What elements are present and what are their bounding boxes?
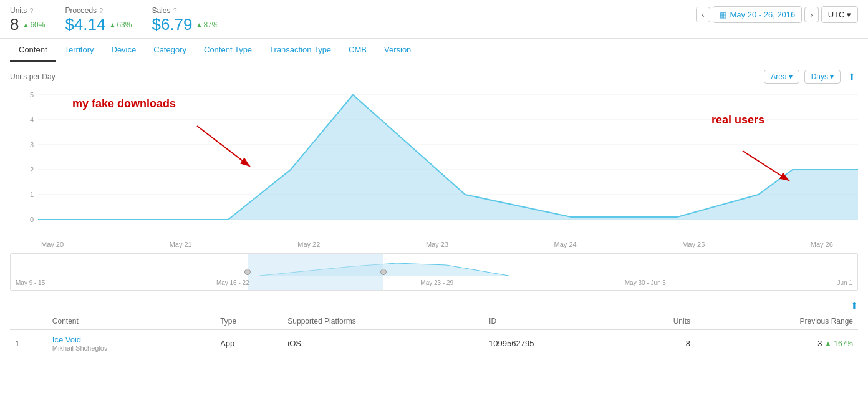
col-type: Type [215, 313, 282, 330]
proceeds-stat: Proceeds ? $4.14 ▲ 63% [65, 6, 132, 34]
col-units: Units [625, 313, 695, 330]
units-change: ▲ 60% [22, 21, 45, 29]
svg-text:3: 3 [30, 141, 34, 148]
tab-cmb[interactable]: CMB [340, 39, 375, 62]
content-name-link[interactable]: Ice Void [52, 335, 210, 344]
svg-text:4: 4 [30, 116, 34, 123]
row-prev-range: 3 ▲ 167% [695, 330, 858, 357]
minimap[interactable]: May 9 - 15 May 16 - 22 May 23 - 29 May 3… [10, 253, 858, 291]
minimap-label-4: May 30 - Jun 5 [625, 279, 666, 286]
sales-arrow-icon: ▲ [196, 21, 203, 28]
tab-transaction-type[interactable]: Transaction Type [261, 39, 340, 62]
data-table: Content Type Supported Platforms ID Unit… [10, 313, 858, 357]
x-label-may22: May 22 [297, 241, 320, 248]
tab-bar: Content Territory Device Category Conten… [0, 39, 868, 62]
svg-marker-16 [11, 263, 857, 276]
minimap-drag-right[interactable] [380, 269, 387, 275]
svg-text:2: 2 [30, 166, 34, 173]
prev-units: 3 [817, 339, 822, 348]
minimap-labels: May 9 - 15 May 16 - 22 May 23 - 29 May 3… [11, 278, 857, 288]
x-label-may20: May 20 [41, 241, 64, 248]
svg-text:0: 0 [30, 216, 34, 223]
date-navigation: ‹ ▦ May 20 - 26, 2016 › UTC ▾ [696, 6, 858, 23]
proceeds-change: ▲ 63% [109, 21, 132, 29]
col-content: Content [47, 313, 215, 330]
row-platforms: iOS [282, 330, 484, 357]
chart-svg: 5 4 3 2 1 0 [10, 89, 858, 238]
date-range-button[interactable]: ▦ May 20 - 26, 2016 [713, 6, 803, 23]
svg-text:1: 1 [30, 191, 34, 198]
minimap-label-1: May 9 - 15 [16, 279, 45, 286]
header-stats: Units ? 8 ▲ 60% Proceeds ? $4.14 ▲ 63% [0, 0, 868, 39]
row-units: 8 [625, 330, 695, 357]
tab-category[interactable]: Category [145, 39, 195, 62]
sales-change: ▲ 87% [196, 21, 219, 29]
x-label-may21: May 21 [170, 241, 192, 248]
row-num: 1 [10, 330, 47, 357]
tab-content-type[interactable]: Content Type [195, 39, 261, 62]
prev-date-button[interactable]: ‹ [696, 7, 710, 22]
units-help-icon[interactable]: ? [29, 7, 33, 14]
col-prev-range: Previous Range [695, 313, 858, 330]
chart-share-button[interactable]: ⬆ [846, 70, 858, 83]
x-label-may23: May 23 [426, 241, 448, 248]
x-label-may25: May 25 [682, 241, 705, 248]
units-value: 8 ▲ 60% [10, 15, 45, 34]
days-selector-button[interactable]: Days ▾ [804, 70, 841, 84]
tab-content[interactable]: Content [10, 39, 56, 62]
minimap-svg [11, 254, 857, 279]
tab-territory[interactable]: Territory [56, 39, 103, 62]
chart-controls: Area ▾ Days ▾ ⬆ [764, 70, 858, 84]
proceeds-help-icon[interactable]: ? [99, 7, 103, 14]
proceeds-label: Proceeds ? [65, 6, 132, 15]
chevron-down-icon: ▾ [830, 72, 834, 81]
prev-change: ▲ 167% [824, 339, 853, 348]
prev-arrow-icon: ▲ [824, 339, 832, 348]
table-section: ⬆ Content Type Supported Platforms ID Un… [0, 296, 868, 362]
table-row: 1 Ice Void Mikhail Shcheglov App iOS 109… [10, 330, 858, 357]
row-type: App [215, 330, 282, 357]
svg-text:5: 5 [30, 91, 34, 99]
row-content: Ice Void Mikhail Shcheglov [47, 330, 215, 357]
sales-help-icon[interactable]: ? [173, 7, 176, 14]
timezone-button[interactable]: UTC ▾ [821, 6, 858, 23]
proceeds-arrow-icon: ▲ [109, 21, 115, 28]
export-button[interactable]: ⬆ [851, 301, 858, 311]
col-id: ID [484, 313, 625, 330]
minimap-drag-left[interactable] [244, 269, 251, 275]
tab-device[interactable]: Device [103, 39, 145, 62]
table-header-row: Content Type Supported Platforms ID Unit… [10, 313, 858, 330]
area-selector-button[interactable]: Area ▾ [764, 70, 799, 84]
units-arrow-icon: ▲ [22, 21, 29, 28]
proceeds-value: $4.14 ▲ 63% [65, 15, 132, 34]
sales-stat: Sales ? $6.79 ▲ 87% [152, 6, 218, 34]
next-date-button[interactable]: › [804, 7, 818, 22]
sales-value: $6.79 ▲ 87% [152, 15, 218, 34]
chart-area: 5 4 3 2 1 0 my fake downloads [10, 89, 858, 238]
col-num [10, 313, 47, 330]
calendar-icon: ▦ [720, 11, 726, 19]
minimap-label-3: May 23 - 29 [420, 279, 453, 286]
stats-left: Units ? 8 ▲ 60% Proceeds ? $4.14 ▲ 63% [10, 6, 218, 34]
chart-title: Units per Day [10, 72, 55, 81]
x-label-may24: May 24 [554, 241, 577, 248]
chart-header: Units per Day Area ▾ Days ▾ ⬆ [10, 70, 858, 84]
sales-label: Sales ? [152, 6, 218, 15]
minimap-label-5: Jun 1 [837, 279, 852, 286]
row-id: 1099562795 [484, 330, 625, 357]
col-platforms: Supported Platforms [282, 313, 484, 330]
chart-section: Units per Day Area ▾ Days ▾ ⬆ 5 4 [0, 62, 868, 248]
table-export: ⬆ [10, 301, 858, 311]
units-stat: Units ? 8 ▲ 60% [10, 6, 45, 34]
tab-version[interactable]: Version [375, 39, 420, 62]
content-author: Mikhail Shcheglov [52, 344, 210, 352]
chevron-down-icon: ▾ [789, 72, 793, 81]
x-label-may26: May 26 [811, 241, 833, 248]
chart-x-labels: May 20 May 21 May 22 May 23 May 24 May 2… [10, 238, 858, 248]
minimap-label-2: May 16 - 22 [216, 279, 249, 286]
units-label: Units ? [10, 6, 45, 15]
